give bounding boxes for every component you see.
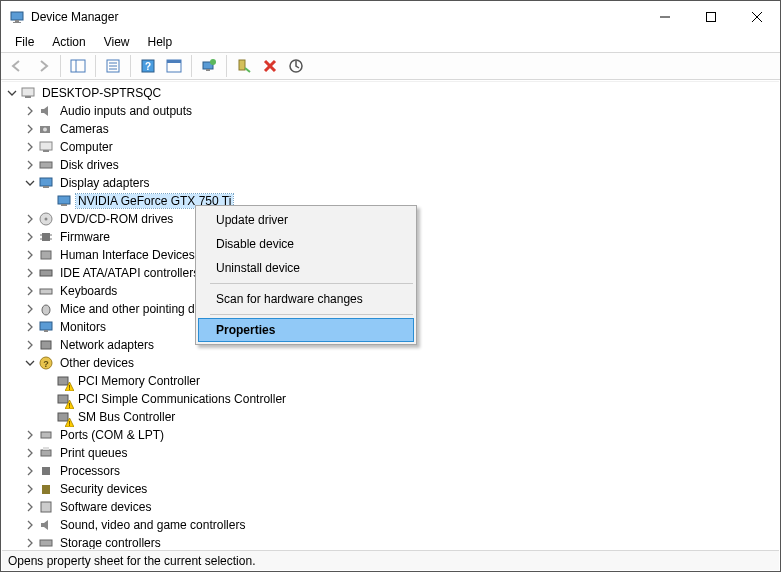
context-uninstall-device[interactable]: Uninstall device <box>198 256 414 280</box>
svg-rect-37 <box>42 233 50 241</box>
tree-label: DVD/CD-ROM drives <box>58 212 175 226</box>
tree-device-sm-bus[interactable]: ! SM Bus Controller <box>2 408 779 426</box>
context-properties[interactable]: Properties <box>198 318 414 342</box>
svg-text:?: ? <box>43 359 49 369</box>
chevron-right-icon[interactable] <box>22 337 38 353</box>
tree-label: Sound, video and game controllers <box>58 518 247 532</box>
chevron-right-icon[interactable] <box>22 229 38 245</box>
tree-category-software[interactable]: Software devices <box>2 498 779 516</box>
tree-category-display-adapters[interactable]: Display adapters <box>2 174 779 192</box>
update-driver-button[interactable] <box>197 54 221 78</box>
svg-rect-1 <box>15 20 19 22</box>
svg-rect-47 <box>44 330 48 332</box>
computer-icon <box>20 85 36 101</box>
svg-rect-7 <box>71 60 85 72</box>
chevron-right-icon[interactable] <box>22 427 38 443</box>
menu-view[interactable]: View <box>96 33 138 51</box>
tree-category-ports[interactable]: Ports (COM & LPT) <box>2 426 779 444</box>
keyboard-icon <box>38 283 54 299</box>
chevron-right-icon[interactable] <box>22 319 38 335</box>
tree-category-audio[interactable]: Audio inputs and outputs <box>2 102 779 120</box>
storage-icon <box>38 535 54 549</box>
forward-button[interactable] <box>31 54 55 78</box>
menu-file[interactable]: File <box>7 33 42 51</box>
chevron-right-icon[interactable] <box>22 445 38 461</box>
svg-rect-63 <box>42 467 50 475</box>
chevron-right-icon[interactable] <box>22 499 38 515</box>
chevron-right-icon[interactable] <box>22 121 38 137</box>
back-button[interactable] <box>5 54 29 78</box>
svg-text:!: ! <box>69 402 71 409</box>
properties-button[interactable] <box>101 54 125 78</box>
tree-label: Monitors <box>58 320 108 334</box>
tree-device-pci-comm[interactable]: ! PCI Simple Communications Controller <box>2 390 779 408</box>
cpu-icon <box>38 463 54 479</box>
tree-label: Network adapters <box>58 338 156 352</box>
chevron-right-icon[interactable] <box>22 283 38 299</box>
svg-rect-2 <box>13 22 21 23</box>
chevron-right-icon[interactable] <box>22 535 38 549</box>
show-hide-console-tree-button[interactable] <box>66 54 90 78</box>
chevron-down-icon[interactable] <box>22 355 38 371</box>
uninstall-device-button[interactable] <box>258 54 282 78</box>
maximize-button[interactable] <box>688 1 734 32</box>
svg-rect-62 <box>43 447 49 450</box>
help-button[interactable]: ? <box>136 54 160 78</box>
chevron-right-icon[interactable] <box>22 157 38 173</box>
close-button[interactable] <box>734 1 780 32</box>
tree-category-cameras[interactable]: Cameras <box>2 120 779 138</box>
toolbar-separator <box>95 55 96 77</box>
chevron-down-icon[interactable] <box>22 175 38 191</box>
chevron-right-icon[interactable] <box>22 301 38 317</box>
svg-rect-43 <box>40 270 52 276</box>
menu-action[interactable]: Action <box>44 33 93 51</box>
status-bar: Opens property sheet for the current sel… <box>2 550 779 570</box>
chevron-right-icon[interactable] <box>22 265 38 281</box>
svg-rect-29 <box>43 150 49 152</box>
tree-category-other[interactable]: ? Other devices <box>2 354 779 372</box>
minimize-button[interactable] <box>642 1 688 32</box>
tree-root-label: DESKTOP-SPTRSQC <box>40 86 163 100</box>
svg-rect-16 <box>167 60 181 63</box>
scan-hardware-button[interactable] <box>284 54 308 78</box>
tree-category-storage[interactable]: Storage controllers <box>2 534 779 549</box>
software-icon <box>38 499 54 515</box>
device-warning-icon: ! <box>56 409 72 425</box>
chevron-right-icon[interactable] <box>22 517 38 533</box>
other-icon: ? <box>38 355 54 371</box>
tree-category-sound[interactable]: Sound, video and game controllers <box>2 516 779 534</box>
chevron-right-icon[interactable] <box>22 139 38 155</box>
svg-rect-60 <box>41 432 51 438</box>
tree-root[interactable]: DESKTOP-SPTRSQC <box>2 84 779 102</box>
tree-label: Security devices <box>58 482 149 496</box>
chevron-right-icon[interactable] <box>22 211 38 227</box>
svg-text:!: ! <box>69 420 71 427</box>
tree-category-processors[interactable]: Processors <box>2 462 779 480</box>
tree-category-disk-drives[interactable]: Disk drives <box>2 156 779 174</box>
chevron-right-icon[interactable] <box>22 103 38 119</box>
chevron-down-icon[interactable] <box>4 85 20 101</box>
titlebar: Device Manager <box>1 1 780 32</box>
mouse-icon <box>38 301 54 317</box>
window-title: Device Manager <box>31 10 642 24</box>
context-scan-hardware[interactable]: Scan for hardware changes <box>198 287 414 311</box>
tree-label: Software devices <box>58 500 153 514</box>
menu-help[interactable]: Help <box>140 33 181 51</box>
tree-category-security[interactable]: Security devices <box>2 480 779 498</box>
chevron-right-icon[interactable] <box>22 247 38 263</box>
tree-category-computer[interactable]: Computer <box>2 138 779 156</box>
printer-icon <box>38 445 54 461</box>
chevron-right-icon[interactable] <box>22 463 38 479</box>
context-disable-device[interactable]: Disable device <box>198 232 414 256</box>
tree-category-print[interactable]: Print queues <box>2 444 779 462</box>
enable-device-button[interactable] <box>232 54 256 78</box>
svg-point-45 <box>42 305 50 315</box>
context-update-driver[interactable]: Update driver <box>198 208 414 232</box>
camera-icon <box>38 121 54 137</box>
tree-device-pci-memory[interactable]: ! PCI Memory Controller <box>2 372 779 390</box>
tree-label: PCI Simple Communications Controller <box>76 392 288 406</box>
svg-point-27 <box>43 128 47 132</box>
action-button[interactable] <box>162 54 186 78</box>
svg-text:?: ? <box>145 61 151 72</box>
chevron-right-icon[interactable] <box>22 481 38 497</box>
